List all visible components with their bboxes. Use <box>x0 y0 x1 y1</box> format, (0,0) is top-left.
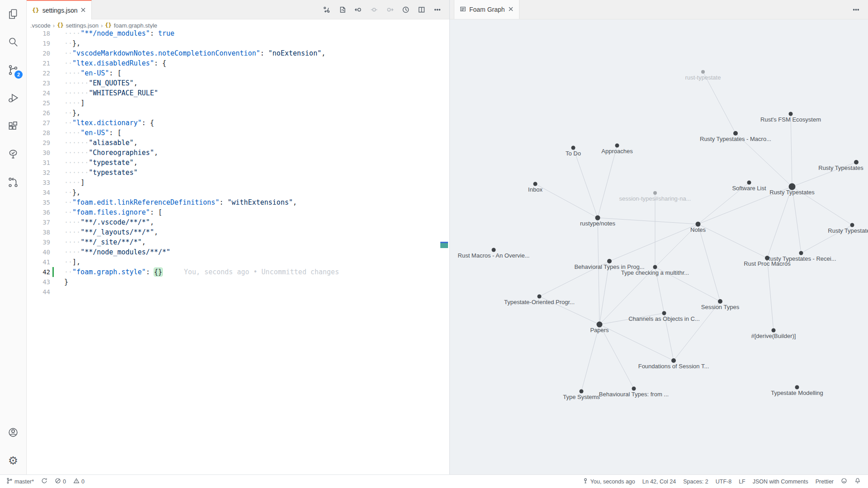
error-icon <box>55 478 61 485</box>
code-line: 39····"**/_site/**/*", <box>27 237 449 247</box>
graph-node-rusts-fsm[interactable] <box>789 112 793 116</box>
open-changes-icon[interactable] <box>321 4 332 15</box>
graph-node-type-checking[interactable] <box>653 265 657 269</box>
status-sync-status[interactable] <box>38 475 51 488</box>
status-feedback[interactable] <box>837 475 851 488</box>
code-line: 35··"foam.edit.linkReferenceDefinitions"… <box>27 197 449 207</box>
git-graph-icon[interactable] <box>0 168 26 196</box>
source-control-icon[interactable]: 2 <box>0 56 26 84</box>
graph-node-approaches[interactable] <box>615 144 619 148</box>
graph-node-behavioural-from[interactable] <box>632 387 636 391</box>
json-file-icon: {} <box>32 7 39 14</box>
breadcrumb-item[interactable]: .vscode <box>30 22 51 29</box>
graph-label-approaches: Approaches <box>601 148 633 155</box>
extensions-icon[interactable] <box>0 112 26 140</box>
status-eol[interactable]: LF <box>735 475 749 488</box>
graph-label-rust-typestate: rust-typestate <box>685 74 721 81</box>
status-warning-count[interactable]: 0 <box>70 475 88 488</box>
split-editor-icon[interactable] <box>415 4 427 15</box>
panel-more-actions-icon[interactable] <box>850 4 862 15</box>
explorer-icon[interactable] <box>0 0 26 28</box>
account-icon[interactable] <box>0 418 26 446</box>
graph-node-foundations[interactable] <box>671 358 676 363</box>
foam-graph-canvas[interactable]: rust-typestateRust's FSM EcosystemRusty … <box>450 19 868 474</box>
breadcrumb-item[interactable]: foam.graph.style <box>114 22 157 29</box>
line-number: 27 <box>27 119 50 127</box>
graph-node-session-types-na[interactable] <box>653 191 657 195</box>
graph-node-typestate-oriented[interactable] <box>538 295 542 299</box>
line-number: 39 <box>27 239 50 246</box>
graph-node-session-types[interactable] <box>718 299 722 304</box>
code-line: 24······"WHITESPACE_RULE" <box>27 88 449 98</box>
graph-node-derive[interactable] <box>772 328 776 333</box>
gutter <box>50 68 64 78</box>
gutter <box>50 227 64 237</box>
panel-tab-title: Foam Graph <box>469 6 505 13</box>
testing-tree-icon[interactable] <box>0 140 26 168</box>
change-icon[interactable] <box>368 4 380 15</box>
code-line: 42··"foam.graph.style": {}You, seconds a… <box>27 267 449 277</box>
settings-gear-icon[interactable]: ⚙ <box>0 446 26 474</box>
close-tab-icon[interactable] <box>80 7 86 14</box>
status-notifications[interactable] <box>851 475 864 488</box>
graph-node-inbox[interactable] <box>533 182 538 186</box>
graph-node-rt-cut[interactable] <box>850 223 854 227</box>
graph-node-rust-macros[interactable] <box>492 248 496 252</box>
next-change-icon[interactable] <box>384 4 396 15</box>
line-number: 35 <box>27 199 50 206</box>
graph-node-type-systems[interactable] <box>580 389 584 394</box>
status-cursor-position[interactable]: Ln 42, Col 24 <box>639 475 679 488</box>
code-line: 29······"aliasable", <box>27 138 449 148</box>
graph-edge <box>535 184 598 218</box>
graph-node-macro[interactable] <box>733 131 738 136</box>
gutter <box>50 237 64 247</box>
breadcrumb-item[interactable]: settings.json <box>66 22 99 29</box>
previous-change-icon[interactable] <box>352 4 364 15</box>
status-branch-status[interactable]: master* <box>3 475 38 488</box>
close-panel-icon[interactable] <box>508 6 514 13</box>
line-number: 40 <box>27 249 50 256</box>
graph-node-rt-right[interactable] <box>854 160 859 164</box>
status-indentation[interactable]: Spaces: 2 <box>679 475 712 488</box>
code-line: 37····"**/.vscode/**/*", <box>27 217 449 227</box>
bell-icon <box>854 478 861 485</box>
status-error-count[interactable]: 0 <box>51 475 70 488</box>
gutter <box>50 217 64 227</box>
graph-node-todo[interactable] <box>571 146 576 150</box>
graph-label-session-types-na: session-types#sharing-na... <box>619 195 691 202</box>
code-line: 31······"typestate", <box>27 158 449 168</box>
graph-edge <box>599 261 609 324</box>
code-editor[interactable]: 18····"**/node_modules": true19··},20··"… <box>27 28 449 474</box>
more-actions-icon[interactable] <box>431 4 443 15</box>
graph-label-rusts-fsm: Rust's FSM Ecosystem <box>760 116 821 123</box>
line-number: 41 <box>27 258 50 266</box>
graph-node-rust-typestate[interactable] <box>701 70 705 74</box>
gutter <box>50 138 64 148</box>
open-preview-icon[interactable] <box>336 4 348 15</box>
search-icon[interactable] <box>0 28 26 56</box>
tab-foam-graph[interactable]: Foam Graph <box>454 0 519 19</box>
panel-tabstrip: Foam Graph <box>450 0 868 19</box>
gutter <box>50 38 64 48</box>
tab-settings-json[interactable]: {} settings.json <box>27 0 92 19</box>
graph-node-rustype-notes[interactable] <box>595 216 600 221</box>
graph-node-behavioral[interactable] <box>607 259 612 263</box>
line-number: 28 <box>27 129 50 136</box>
graph-node-recei[interactable] <box>799 251 803 255</box>
graph-node-notes[interactable] <box>696 222 701 227</box>
status-gitlens-blame[interactable]: You, seconds ago <box>579 475 639 488</box>
timeline-icon[interactable] <box>400 4 411 15</box>
graph-label-type-systems: Type Systems <box>563 394 600 400</box>
graph-node-typestate-modelling[interactable] <box>795 385 799 389</box>
graph-node-channels[interactable] <box>662 311 666 315</box>
graph-node-rust-proc[interactable] <box>765 256 769 260</box>
status-formatter[interactable]: Prettier <box>812 475 837 488</box>
added-line-gutter-mark <box>50 267 64 277</box>
graph-node-software-list[interactable] <box>747 181 751 185</box>
graph-edge <box>599 324 634 389</box>
code-line: 40····"**/node_modules/**/*" <box>27 247 449 257</box>
status-language-mode[interactable]: JSON with Comments <box>749 475 812 488</box>
status-encoding[interactable]: UTF-8 <box>712 475 735 488</box>
run-debug-icon[interactable] <box>0 84 26 112</box>
code-line: 30······"Choreographies", <box>27 148 449 158</box>
